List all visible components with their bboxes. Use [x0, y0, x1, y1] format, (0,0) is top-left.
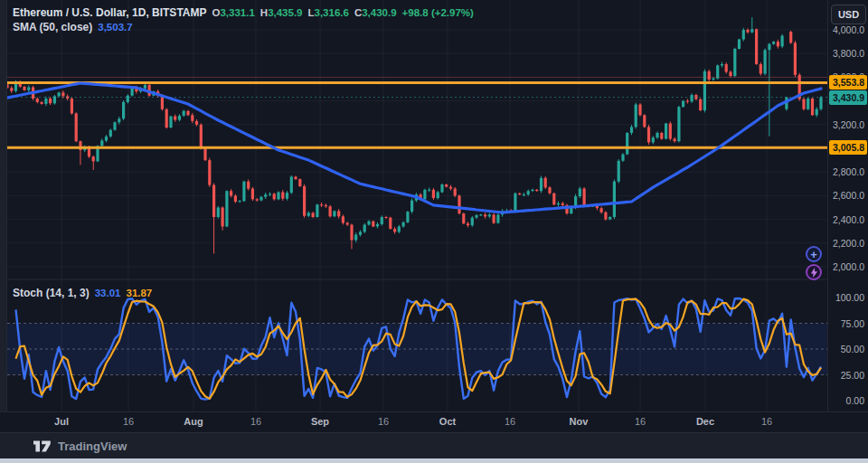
- stoch-legend-row[interactable]: Stoch (14, 1, 3) 33.01 31.87: [13, 286, 152, 300]
- stoch-axis-label: 0.00: [828, 395, 864, 406]
- tradingview-chart-window: Ethereum / U.S. Dollar, 1D, BITSTAMP O3,…: [0, 0, 868, 463]
- price-level-badge: 3,005.8: [829, 140, 867, 155]
- price-change: +98.8 (+2.97%): [402, 7, 474, 18]
- price-axis-label: 2,400.0: [828, 214, 864, 225]
- last-price-badge: 3,430.9: [829, 90, 867, 105]
- sma-legend-row[interactable]: SMA (50, close) 3,503.7: [13, 20, 474, 34]
- price-axis-label: 2,000.0: [828, 261, 864, 272]
- price-axis-label: 3,200.0: [828, 119, 864, 130]
- ohlc-low: L3,316.6: [308, 7, 349, 18]
- time-axis-label: Sep: [311, 416, 329, 427]
- chart-legend: Ethereum / U.S. Dollar, 1D, BITSTAMP O3,…: [13, 5, 474, 34]
- sma-indicator-name: SMA (50, close): [13, 21, 92, 33]
- stoch-axis-label: 100.00: [828, 292, 864, 303]
- time-axis[interactable]: Jul16Aug16Sep16Oct16Nov16Dec16: [0, 411, 868, 433]
- price-axis-label: 4,000.0: [828, 24, 864, 35]
- sma-value: 3,503.7: [98, 22, 132, 33]
- time-axis-label: 16: [761, 416, 772, 427]
- ohlc-close: C3,430.9: [354, 7, 397, 18]
- time-axis-label: Aug: [184, 416, 203, 427]
- left-edge-strip: [0, 0, 7, 432]
- time-axis-label: Oct: [439, 416, 456, 427]
- quick-trade-plus-button[interactable]: +: [806, 246, 822, 262]
- stoch-indicator-name: Stoch (14, 1, 3): [13, 287, 90, 299]
- boost-lightning-button[interactable]: [806, 264, 822, 280]
- time-axis-label: Nov: [570, 416, 589, 427]
- price-axis-label: 3,800.0: [828, 48, 864, 59]
- time-axis-label: Dec: [696, 416, 714, 427]
- time-axis-label: Jul: [54, 416, 69, 427]
- price-axis[interactable]: USD 4,000.03,800.03,600.03,200.02,800.02…: [828, 0, 868, 432]
- time-axis-label: 16: [250, 416, 261, 427]
- stoch-k-value: 33.01: [95, 288, 121, 298]
- currency-toggle-button[interactable]: USD: [831, 5, 866, 24]
- window-bottom-strip: [0, 458, 868, 463]
- stoch-axis-label: 75.00: [828, 318, 864, 329]
- time-axis-label: 16: [635, 416, 646, 427]
- price-axis-label: 2,800.0: [828, 166, 864, 177]
- stoch-axis-label: 50.00: [828, 344, 864, 354]
- tradingview-logo-icon[interactable]: [33, 439, 52, 453]
- time-axis-label: 16: [378, 416, 389, 427]
- tradingview-watermark[interactable]: TradingView: [58, 439, 127, 453]
- price-axis-label: 2,200.0: [828, 238, 864, 249]
- ohlc-open: O3,331.1: [212, 7, 254, 18]
- bottom-toolbar: TradingView: [0, 432, 868, 458]
- chart-canvas[interactable]: [0, 0, 868, 463]
- stoch-axis-label: 25.00: [828, 370, 864, 381]
- time-axis-label: 16: [505, 416, 515, 427]
- time-axis-label: 16: [123, 416, 134, 427]
- ohlc-high: H3,435.9: [260, 7, 303, 18]
- lightning-icon: [810, 268, 818, 278]
- stoch-d-value: 31.87: [126, 288, 152, 298]
- price-axis-label: 2,600.0: [828, 190, 864, 201]
- symbol-legend-row[interactable]: Ethereum / U.S. Dollar, 1D, BITSTAMP O3,…: [13, 5, 474, 20]
- symbol-title: Ethereum / U.S. Dollar, 1D, BITSTAMP: [13, 6, 206, 19]
- price-level-badge: 3,553.8: [829, 75, 867, 90]
